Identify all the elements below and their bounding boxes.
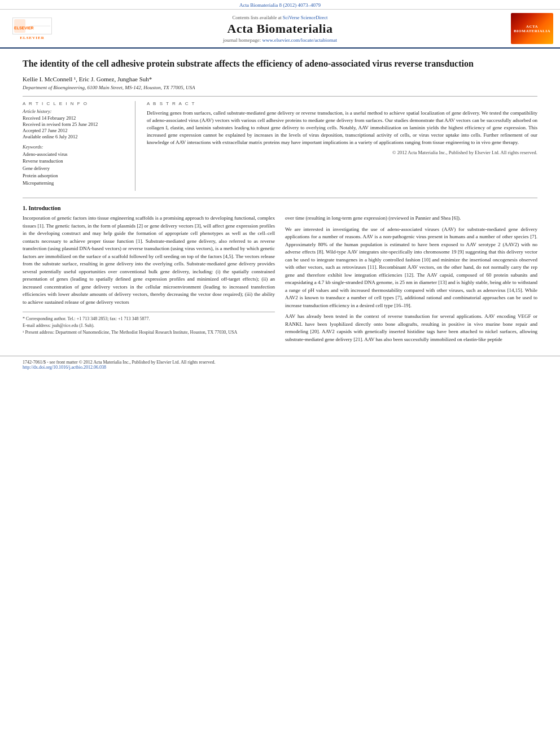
intro-right-text2: We are interested in investigating the u… <box>285 226 537 310</box>
abstract-title: A B S T R A C T <box>147 101 537 106</box>
footnote-1: ¹ Present address: Department of Nanomed… <box>23 329 275 336</box>
accepted-date: Accepted 27 June 2012 <box>23 128 128 133</box>
intro-right-col: over time (resulting in long-term gene e… <box>285 215 537 347</box>
homepage-url[interactable]: www.elsevier.com/locate/actabiomat <box>262 37 337 43</box>
keywords-section: Keywords: Adeno-associated virus Reverse… <box>23 144 128 187</box>
footnote-star: * Corresponding author. Tel.: +1 713 348… <box>23 316 275 322</box>
abstract-text: Delivering genes from surfaces, called s… <box>147 110 537 146</box>
intro-left-text: Incorporation of genetic factors into ti… <box>23 215 275 306</box>
keyword-1: Adeno-associated virus <box>23 151 128 158</box>
article-info-abstract: A R T I C L E I N F O Article history: R… <box>23 96 537 191</box>
received-date-2: Received in revised form 25 June 2012 <box>23 121 128 127</box>
introduction-heading: 1. Introduction <box>23 205 537 211</box>
sciverse-line: Contents lists available at SciVerse Sci… <box>58 15 502 20</box>
abstract-panel: A B S T R A C T Delivering genes from su… <box>147 101 537 191</box>
keyword-2: Reverse transduction <box>23 158 128 165</box>
top-bar: Acta Biomaterialia 8 (2012) 4073–4079 <box>0 0 560 10</box>
keyword-3: Gene delivery <box>23 165 128 172</box>
article-history: Article history: Received 14 February 20… <box>23 108 128 139</box>
svg-text:ELSEVIER: ELSEVIER <box>14 26 34 30</box>
article-info-title: A R T I C L E I N F O <box>23 101 128 106</box>
intro-right-text1: over time (resulting in long-term gene e… <box>285 215 537 222</box>
journal-citation: Acta Biomaterialia 8 (2012) 4073–4079 <box>0 0 560 10</box>
authors-line: Kellie I. McConnell ¹, Eric J. Gomez, Ju… <box>23 76 537 82</box>
introduction-body: Incorporation of genetic factors into ti… <box>23 215 537 347</box>
keyword-4: Protein adsorption <box>23 172 128 180</box>
keyword-5: Micropatterning <box>23 180 128 187</box>
paper-content: The identity of the cell adhesive protei… <box>0 49 560 356</box>
article-info-panel: A R T I C L E I N F O Article history: R… <box>23 101 135 191</box>
footer: 1742-7061/$ - see front matter © 2012 Ac… <box>0 356 560 373</box>
footer-issn: 1742-7061/$ - see front matter © 2012 Ac… <box>23 360 537 365</box>
intro-left-col: Incorporation of genetic factors into ti… <box>23 215 275 347</box>
keywords-label: Keywords: <box>23 144 128 150</box>
elsevier-label: ELSEVIER <box>20 36 44 40</box>
footnotes: * Corresponding author. Tel.: +1 713 348… <box>23 312 275 336</box>
footnote-email: E-mail address: jsuh@rice.edu (J. Suh). <box>23 322 275 329</box>
copyright-line: © 2012 Acta Materialia Inc., Published b… <box>147 150 537 155</box>
received-date-1: Received 14 February 2012 <box>23 115 128 121</box>
journal-header: ELSEVIER ELSEVIER Contents lists availab… <box>0 10 560 49</box>
journal-homepage: journal homepage: www.elsevier.com/locat… <box>58 37 502 43</box>
affiliation-line: Department of Bioengineering, 6100 Main … <box>23 85 537 90</box>
available-date: Available online 6 July 2012 <box>23 134 128 139</box>
section-divider <box>23 198 537 198</box>
sciverse-link[interactable]: SciVerse ScienceDirect <box>283 15 328 20</box>
intro-right-text3: AAV has already been tested in the conte… <box>285 313 537 343</box>
journal-title: Acta Biomaterialia <box>58 21 502 36</box>
history-label: Article history: <box>23 108 128 114</box>
paper-title: The identity of the cell adhesive protei… <box>23 58 537 70</box>
journal-logo-right: ACTA BIOMATERIALIA <box>502 13 553 44</box>
elsevier-branding: ELSEVIER ELSEVIER <box>7 15 58 43</box>
acta-biomaterialia-logo: ACTA BIOMATERIALIA <box>511 13 553 44</box>
journal-title-area: Contents lists available at SciVerse Sci… <box>58 15 502 43</box>
keywords-list: Adeno-associated virus Reverse transduct… <box>23 151 128 187</box>
footer-doi[interactable]: http://dx.doi.org/10.1016/j.actbio.2012.… <box>23 365 537 370</box>
